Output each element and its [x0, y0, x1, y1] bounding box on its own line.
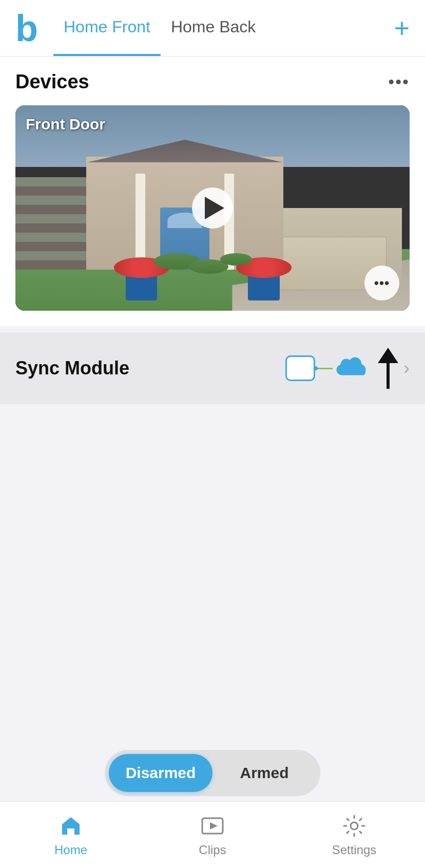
disarmed-button[interactable]: Disarmed: [109, 754, 212, 792]
main-content: Devices •••: [0, 56, 425, 868]
play-button[interactable]: [192, 187, 233, 229]
svg-marker-1: [210, 822, 218, 829]
camera-card[interactable]: Front Door •••: [15, 105, 410, 311]
devices-more-button[interactable]: •••: [388, 72, 410, 92]
nav-item-settings[interactable]: Settings: [283, 802, 425, 868]
arm-toggle-container: Disarmed Armed: [0, 750, 425, 796]
column-left: [136, 174, 145, 270]
settings-icon: [341, 813, 367, 839]
svg-point-2: [351, 822, 358, 829]
clips-icon: [200, 813, 225, 839]
camera-label: Front Door: [26, 116, 105, 133]
nav-settings-label: Settings: [332, 843, 377, 857]
cloud-icon: [332, 355, 373, 381]
devices-title: Devices: [15, 71, 89, 93]
nav-home-label: Home: [54, 843, 87, 857]
shrub-3: [220, 253, 252, 266]
home-icon: [58, 813, 84, 839]
content-spacer: [0, 404, 425, 543]
arm-toggle: Disarmed Armed: [105, 750, 320, 796]
house-facade: [86, 157, 283, 270]
nav-item-home[interactable]: Home: [0, 802, 142, 868]
tab-bar: Home Front Home Back: [53, 0, 394, 56]
upload-arrow-indicator: [378, 348, 398, 389]
sync-module-title: Sync Module: [15, 357, 129, 379]
sync-device-icon: [285, 355, 315, 381]
flower-pot-left: [126, 276, 157, 300]
armed-button[interactable]: Armed: [212, 754, 316, 792]
nav-item-clips[interactable]: Clips: [142, 802, 283, 868]
arrow-up-head: [378, 348, 398, 363]
sync-module-section[interactable]: Sync Module ›: [0, 332, 425, 404]
tab-home-back[interactable]: Home Back: [161, 0, 266, 56]
devices-header: Devices •••: [15, 71, 410, 93]
app-logo: b: [15, 10, 38, 47]
camera-more-button[interactable]: •••: [364, 266, 399, 300]
stone-wall: [15, 177, 94, 270]
play-icon: [205, 197, 224, 219]
sync-module-icons: ›: [285, 348, 410, 389]
arrow-up-body: [387, 363, 390, 389]
nav-clips-label: Clips: [199, 843, 226, 857]
header: b Home Front Home Back +: [0, 0, 425, 56]
add-button[interactable]: +: [394, 13, 410, 44]
devices-section: Devices •••: [0, 56, 425, 326]
flower-pot-right: [248, 276, 279, 300]
tab-home-front[interactable]: Home Front: [53, 0, 161, 56]
chevron-right-icon: ›: [403, 357, 410, 379]
bottom-nav: Home Clips Settings: [0, 801, 425, 868]
